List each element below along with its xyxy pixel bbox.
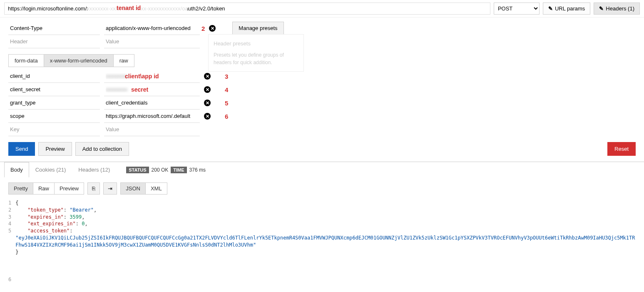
copy-icon[interactable]: ⎘ xyxy=(87,182,100,195)
response-tab-cookies[interactable]: Cookies (21) xyxy=(29,162,72,177)
body-value-input[interactable] xyxy=(104,96,200,110)
tooltip-body: Presets let you define groups of headers… xyxy=(214,51,298,66)
reset-button[interactable]: Reset xyxy=(607,142,636,156)
request-top-bar: tenant id POST ✎ URL params ✎ Headers (1… xyxy=(0,0,644,17)
response-tab-headers[interactable]: Headers (12) xyxy=(72,162,116,177)
preview-response-button[interactable]: Preview xyxy=(55,183,84,194)
header-value-input[interactable] xyxy=(104,35,200,48)
body-row: ✕ 5 xyxy=(8,96,636,110)
response-code-area: 1 2 3 4 5 6 { "token_type": "Bearer", "e… xyxy=(0,198,644,292)
body-key-input[interactable] xyxy=(8,83,100,96)
body-key-input[interactable] xyxy=(8,70,100,83)
body-key-input[interactable] xyxy=(8,123,100,136)
raw-button[interactable]: Raw xyxy=(33,183,55,194)
url-wrapper: tenant id xyxy=(4,2,490,15)
access-token-value: "eyJ0eXAiOiJKV1QiLCJub25jZSI6IkFRQUJBQUF… xyxy=(15,235,636,249)
edit-icon: ✎ xyxy=(548,5,553,12)
body-row: client\app id ✕ 3 xyxy=(8,70,636,83)
header-row-empty xyxy=(8,35,216,48)
send-button[interactable]: Send xyxy=(8,142,35,156)
manage-presets-button[interactable]: Manage presets xyxy=(232,22,283,35)
status-label-badge: STATUS xyxy=(126,167,149,173)
body-row: secret ✕ 4 xyxy=(8,83,636,96)
annotation-number: 4 xyxy=(225,86,228,93)
url-params-label: URL params xyxy=(555,5,585,12)
header-key-input[interactable] xyxy=(8,22,100,35)
body-key-input[interactable] xyxy=(8,110,100,123)
delete-icon[interactable]: ✕ xyxy=(204,113,211,120)
delete-icon[interactable]: ✕ xyxy=(209,25,216,32)
annotation-number: 5 xyxy=(225,100,228,107)
time-value: 376 ms xyxy=(189,167,206,173)
header-row: 2 ✕ xyxy=(8,22,216,35)
status-block: STATUS 200 OK TIME 376 ms xyxy=(126,167,206,173)
edit-icon: ✎ xyxy=(599,5,604,12)
view-mode-group: Pretty Raw Preview xyxy=(8,182,84,195)
body-value-input[interactable] xyxy=(104,83,200,96)
header-key-input[interactable] xyxy=(8,35,100,48)
action-row: Send Preview Add to collection Reset xyxy=(0,136,644,162)
json-button[interactable]: JSON xyxy=(121,183,146,194)
response-tab-bar: Body Cookies (21) Headers (12) STATUS 20… xyxy=(0,162,644,177)
time-label-badge: TIME xyxy=(171,167,186,173)
preview-button[interactable]: Preview xyxy=(38,142,72,156)
status-value: 200 OK xyxy=(152,167,169,173)
pretty-button[interactable]: Pretty xyxy=(9,183,33,194)
delete-icon[interactable]: ✕ xyxy=(204,73,211,80)
tab-raw[interactable]: raw xyxy=(114,55,134,67)
annotation-number: 2 xyxy=(201,25,205,32)
headers-section: 2 ✕ Manage presets Header presets Preset… xyxy=(0,17,644,48)
headers-table: 2 ✕ xyxy=(8,22,216,48)
response-toolbar: Pretty Raw Preview ⎘ ⇥ JSON XML xyxy=(0,177,644,198)
tooltip-title: Header presets xyxy=(214,40,298,48)
wrap-icon[interactable]: ⇥ xyxy=(103,182,117,195)
add-collection-button[interactable]: Add to collection xyxy=(75,142,129,156)
code-content[interactable]: { "token_type": "Bearer", "expires_in": … xyxy=(15,200,636,283)
header-value-input[interactable] xyxy=(104,22,200,35)
body-row-empty xyxy=(8,123,636,136)
body-type-tabs: form-data x-www-form-urlencoded raw xyxy=(8,54,134,67)
body-row: ✕ 6 xyxy=(8,110,636,123)
delete-icon[interactable]: ✕ xyxy=(204,100,211,106)
body-key-input[interactable] xyxy=(8,96,100,110)
body-form-rows: client\app id ✕ 3 secret ✕ 4 ✕ 5 ✕ 6 xyxy=(0,70,644,136)
url-input[interactable] xyxy=(4,2,490,15)
http-method-select[interactable]: POST xyxy=(494,2,540,15)
body-value-input[interactable] xyxy=(104,70,200,83)
url-params-button[interactable]: ✎ URL params xyxy=(543,2,590,15)
annotation-number: 3 xyxy=(225,73,228,80)
xml-button[interactable]: XML xyxy=(146,183,167,194)
body-value-input[interactable] xyxy=(104,123,200,136)
presets-tooltip: Header presets Presets let you define gr… xyxy=(208,34,304,72)
tab-form-data[interactable]: form-data xyxy=(9,55,44,67)
format-group: JSON XML xyxy=(120,182,167,195)
annotation-number: 6 xyxy=(225,113,228,120)
headers-button[interactable]: ✎ Headers (1) xyxy=(594,2,640,15)
tab-urlencoded[interactable]: x-www-form-urlencoded xyxy=(44,55,114,67)
line-gutter: 1 2 3 4 5 6 xyxy=(8,200,15,283)
response-tab-body[interactable]: Body xyxy=(4,162,29,177)
body-value-input[interactable] xyxy=(104,110,200,123)
headers-label: Headers (1) xyxy=(606,5,634,12)
delete-icon[interactable]: ✕ xyxy=(204,86,211,93)
